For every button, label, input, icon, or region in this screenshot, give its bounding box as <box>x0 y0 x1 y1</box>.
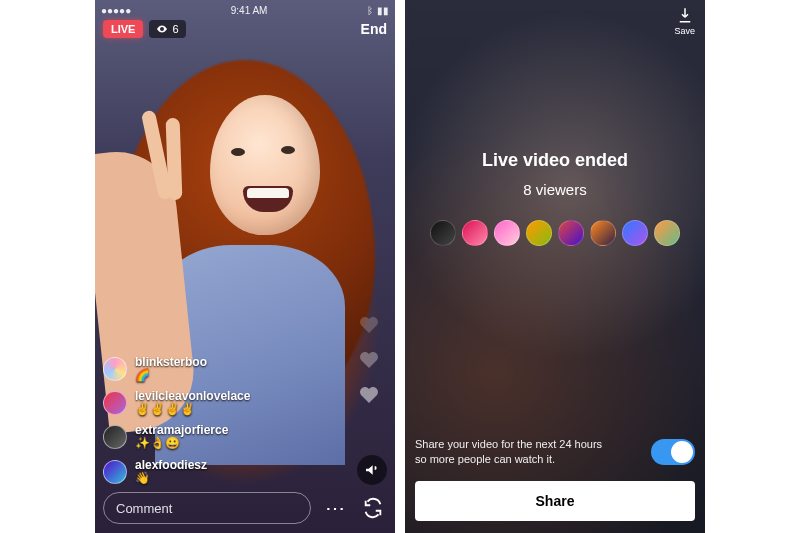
switch-camera-icon <box>362 497 384 519</box>
comment-placeholder: Comment <box>116 501 172 516</box>
pin-comment-button[interactable] <box>357 455 387 485</box>
share-description: Share your video for the next 24 hours s… <box>415 437 615 467</box>
viewer-avatar[interactable] <box>526 220 552 246</box>
viewer-avatar[interactable] <box>654 220 680 246</box>
ended-title: Live video ended <box>405 150 705 171</box>
end-button[interactable]: End <box>361 21 387 37</box>
comment-input[interactable]: Comment <box>103 492 311 524</box>
comment-username[interactable]: alexfoodiesz <box>135 459 207 472</box>
viewer-count: 6 <box>172 23 178 35</box>
comment-body: ✌️✌️✌️✌️ <box>135 403 250 416</box>
more-options-button[interactable]: ⋯ <box>321 494 349 522</box>
switch-camera-button[interactable] <box>359 494 387 522</box>
comment-stream: blinksterboo 🌈 levilcleavonlovelace ✌️✌️… <box>103 356 250 486</box>
viewer-avatar[interactable] <box>462 220 488 246</box>
comment-body: 👋 <box>135 472 207 485</box>
comment-item: blinksterboo 🌈 <box>103 356 250 382</box>
comment-item: alexfoodiesz 👋 <box>103 459 250 485</box>
avatar <box>103 391 127 415</box>
live-screen: ●●●●● 9:41 AM ᛒ ▮▮ LIVE 6 End blinksterb… <box>95 0 395 533</box>
ended-viewers: 8 viewers <box>405 181 705 198</box>
save-label: Save <box>674 26 695 36</box>
viewer-avatar[interactable] <box>430 220 456 246</box>
heart-icon <box>359 350 379 368</box>
heart-icon <box>359 385 379 403</box>
share-button[interactable]: Share <box>415 481 695 521</box>
live-header: LIVE 6 End <box>95 20 395 38</box>
viewer-avatar[interactable] <box>590 220 616 246</box>
avatar <box>103 460 127 484</box>
peace-finger-2 <box>166 118 183 200</box>
avatar <box>103 425 127 449</box>
comment-body: ✨👌😀 <box>135 437 228 450</box>
carrier-dots-icon: ●●●●● <box>101 5 131 16</box>
eye-icon <box>156 23 168 35</box>
save-button[interactable]: Save <box>674 6 695 36</box>
status-time: 9:41 AM <box>231 5 268 16</box>
ellipsis-icon: ⋯ <box>325 496 345 520</box>
share-section: Share your video for the next 24 hours s… <box>415 437 695 521</box>
comment-item: extramajorfierce ✨👌😀 <box>103 424 250 450</box>
comment-input-row: Comment ⋯ <box>103 491 387 525</box>
ended-summary: Live video ended 8 viewers <box>405 150 705 198</box>
comment-item: levilcleavonlovelace ✌️✌️✌️✌️ <box>103 390 250 416</box>
viewer-avatar[interactable] <box>558 220 584 246</box>
comment-body: 🌈 <box>135 369 207 382</box>
bluetooth-icon: ᛒ <box>367 5 373 16</box>
selfie-eye-right <box>281 146 295 154</box>
selfie-eye-left <box>231 148 245 156</box>
battery-icon: ▮▮ <box>377 5 389 16</box>
viewer-avatar[interactable] <box>494 220 520 246</box>
download-icon <box>676 6 694 24</box>
share-toggle[interactable] <box>651 439 695 465</box>
viewer-avatar[interactable] <box>622 220 648 246</box>
live-badge: LIVE <box>103 20 143 38</box>
ended-screen: Save Live video ended 8 viewers Share yo… <box>405 0 705 533</box>
avatar <box>103 357 127 381</box>
status-bar: ●●●●● 9:41 AM ᛒ ▮▮ <box>95 0 395 18</box>
megaphone-icon <box>364 462 380 478</box>
viewer-counter[interactable]: 6 <box>149 20 185 38</box>
viewer-avatars <box>405 220 705 246</box>
selfie-teeth <box>247 188 289 198</box>
comment-username[interactable]: blinksterboo <box>135 356 207 369</box>
